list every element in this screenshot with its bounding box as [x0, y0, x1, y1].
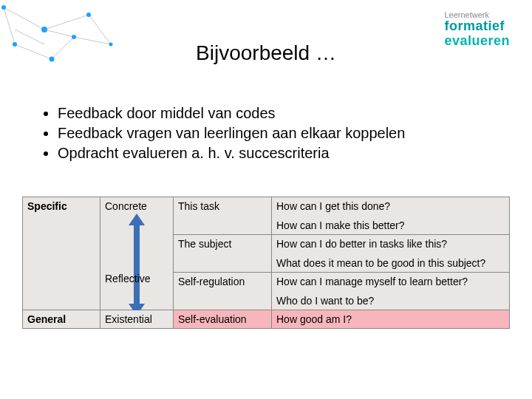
- q-text: How can I get this done?: [276, 200, 505, 212]
- svg-line-5: [44, 15, 89, 30]
- table-row: General Existential Self-evaluation How …: [23, 310, 510, 329]
- cell-self-regulation: Self-regulation: [174, 273, 272, 310]
- svg-point-14: [86, 13, 91, 17]
- svg-line-6: [89, 15, 111, 44]
- cell-q2: How can I do better in tasks like this? …: [272, 235, 510, 273]
- slide-title: Bijvoorbeeld …: [0, 41, 532, 65]
- svg-point-9: [1, 5, 6, 10]
- q-text: How can I manage myself to learn better?: [276, 276, 505, 287]
- svg-point-10: [41, 27, 47, 33]
- label-concrete: Concrete: [100, 197, 173, 215]
- cell-q1: How can I get this done? How can I make …: [272, 197, 510, 235]
- q-text: What does it mean to be good in this sub…: [276, 257, 505, 269]
- cell-self-evaluation: Self-evaluation: [174, 310, 272, 329]
- bullet-item: Opdracht evalueren a. h. v. succescriter…: [58, 143, 405, 163]
- svg-line-8: [4, 7, 15, 44]
- cell-this-task: This task: [174, 197, 272, 235]
- svg-marker-16: [129, 214, 145, 316]
- cell-q3: How can I manage myself to learn better?…: [272, 273, 510, 310]
- cell-general: General: [23, 310, 100, 329]
- cell-the-subject: The subject: [174, 235, 272, 273]
- q-text: How can I make this better?: [276, 219, 505, 231]
- cell-q4: How good am I?: [272, 310, 510, 329]
- q-text: How can I do better in tasks like this?: [276, 238, 505, 250]
- logo-line2: formatief: [444, 19, 510, 34]
- table-row: Specific Concrete Reflective This task H…: [23, 197, 510, 235]
- svg-point-13: [72, 35, 76, 39]
- double-arrow-icon: [129, 214, 145, 316]
- slide: Leernetwerk formatief evalueren Bijvoorb…: [0, 0, 532, 399]
- label-reflective: Reflective: [100, 270, 154, 287]
- cell-existential: Existential: [100, 310, 174, 329]
- bullet-item: Feedback door middel van codes: [58, 103, 405, 123]
- svg-line-0: [4, 7, 44, 30]
- cell-specific: Specific: [23, 197, 100, 310]
- svg-line-4: [44, 30, 74, 37]
- feedback-table: Specific Concrete Reflective This task H…: [22, 197, 510, 329]
- cell-concrete-reflective: Concrete Reflective: [100, 197, 174, 310]
- q-text: Who do I want to be?: [276, 295, 505, 307]
- bullet-list: Feedback door middel van codes Feedback …: [44, 103, 405, 163]
- bullet-item: Feedback vragen van leerlingen aan elkaa…: [58, 123, 405, 143]
